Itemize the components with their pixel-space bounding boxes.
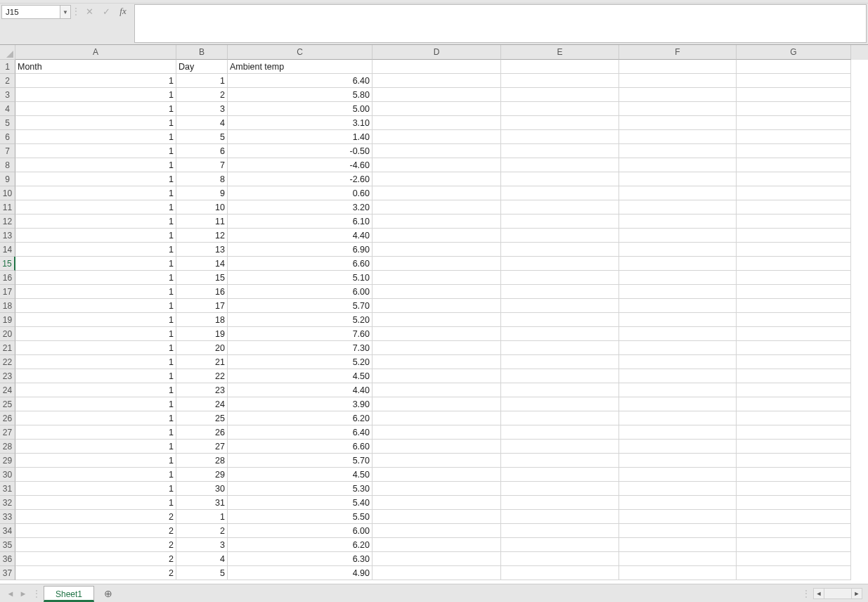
cell-G28[interactable]	[737, 440, 851, 454]
name-box[interactable]: J15	[1, 5, 60, 19]
cell-A19[interactable]: 1	[15, 313, 176, 327]
cell-A30[interactable]: 1	[15, 468, 176, 482]
cell-D26[interactable]	[373, 411, 501, 425]
cell-C35[interactable]: 6.20	[228, 538, 373, 552]
cell-F8[interactable]	[619, 158, 737, 172]
cell-G3[interactable]	[737, 88, 851, 102]
cell-E3[interactable]	[501, 88, 619, 102]
cell-B37[interactable]: 5	[176, 566, 228, 580]
cell-A12[interactable]: 1	[15, 214, 176, 229]
cell-F37[interactable]	[619, 566, 737, 580]
cell-D20[interactable]	[373, 327, 501, 341]
cell-G19[interactable]	[737, 313, 851, 327]
formula-input[interactable]	[134, 4, 867, 43]
cell-E15[interactable]	[501, 257, 619, 271]
row-header-19[interactable]: 19	[0, 313, 15, 327]
row-header-22[interactable]: 22	[0, 355, 15, 369]
cell-C33[interactable]: 5.50	[228, 510, 373, 524]
insert-function-button[interactable]: fx	[115, 4, 131, 18]
cell-B5[interactable]: 4	[176, 116, 228, 130]
cell-G23[interactable]	[737, 369, 851, 383]
cell-D4[interactable]	[373, 102, 501, 116]
cell-F17[interactable]	[619, 285, 737, 299]
row-header-27[interactable]: 27	[0, 425, 15, 440]
cell-D13[interactable]	[373, 229, 501, 243]
cell-G9[interactable]	[737, 172, 851, 186]
cell-C7[interactable]: -0.50	[228, 144, 373, 158]
cell-G15[interactable]	[737, 257, 851, 271]
cell-G5[interactable]	[737, 116, 851, 130]
name-box-dropdown[interactable]: ▼	[60, 5, 71, 19]
cell-B16[interactable]: 15	[176, 271, 228, 285]
cell-B33[interactable]: 1	[176, 510, 228, 524]
cell-E16[interactable]	[501, 271, 619, 285]
cell-E24[interactable]	[501, 383, 619, 397]
cell-A6[interactable]: 1	[15, 130, 176, 144]
cell-B24[interactable]: 23	[176, 383, 228, 397]
row-header-18[interactable]: 18	[0, 299, 15, 313]
accept-formula-button[interactable]: ✓	[98, 4, 115, 18]
cell-D2[interactable]	[373, 74, 501, 88]
cell-B30[interactable]: 29	[176, 468, 228, 482]
row-header-30[interactable]: 30	[0, 468, 15, 482]
hscroll-left-button[interactable]: ◄	[813, 588, 824, 599]
cell-F13[interactable]	[619, 229, 737, 243]
column-header-G[interactable]: G	[737, 45, 851, 60]
row-header-24[interactable]: 24	[0, 383, 15, 397]
cell-G7[interactable]	[737, 144, 851, 158]
cell-C15[interactable]: 6.60	[228, 257, 373, 271]
cell-G14[interactable]	[737, 243, 851, 257]
cell-F25[interactable]	[619, 397, 737, 411]
cell-D35[interactable]	[373, 538, 501, 552]
cell-G24[interactable]	[737, 383, 851, 397]
cell-C20[interactable]: 7.60	[228, 327, 373, 341]
cell-G4[interactable]	[737, 102, 851, 116]
cell-C25[interactable]: 3.90	[228, 397, 373, 411]
cell-C22[interactable]: 5.20	[228, 355, 373, 369]
cell-G21[interactable]	[737, 341, 851, 355]
cell-F6[interactable]	[619, 130, 737, 144]
cell-C37[interactable]: 4.90	[228, 566, 373, 580]
cell-F16[interactable]	[619, 271, 737, 285]
add-sheet-button[interactable]: ⊕	[100, 585, 117, 602]
cell-F23[interactable]	[619, 369, 737, 383]
horizontal-scrollbar[interactable]: ⋮ ◄ ►	[799, 588, 862, 599]
cell-B10[interactable]: 9	[176, 186, 228, 200]
cell-B1[interactable]: Day	[176, 60, 228, 74]
cell-E18[interactable]	[501, 299, 619, 313]
hscroll-track[interactable]	[824, 588, 851, 599]
cell-C10[interactable]: 0.60	[228, 186, 373, 200]
cell-E1[interactable]	[501, 60, 619, 74]
cell-D32[interactable]	[373, 496, 501, 510]
cell-D3[interactable]	[373, 88, 501, 102]
column-header-E[interactable]: E	[501, 45, 619, 60]
cell-B14[interactable]: 13	[176, 243, 228, 257]
cell-A36[interactable]: 2	[15, 552, 176, 566]
cell-G32[interactable]	[737, 496, 851, 510]
cell-A21[interactable]: 1	[15, 341, 176, 355]
cell-E8[interactable]	[501, 158, 619, 172]
cell-D10[interactable]	[373, 186, 501, 200]
cell-B26[interactable]: 25	[176, 411, 228, 425]
cell-E28[interactable]	[501, 440, 619, 454]
cell-C14[interactable]: 6.90	[228, 243, 373, 257]
cell-C6[interactable]: 1.40	[228, 130, 373, 144]
row-header-2[interactable]: 2	[0, 74, 15, 88]
cell-A31[interactable]: 1	[15, 482, 176, 496]
cell-B12[interactable]: 11	[176, 214, 228, 229]
row-header-25[interactable]: 25	[0, 397, 15, 411]
cell-E9[interactable]	[501, 172, 619, 186]
spreadsheet-grid[interactable]: ABCDEFG 1MonthDayAmbient temp2116.403125…	[0, 45, 868, 584]
cell-A34[interactable]: 2	[15, 524, 176, 538]
cell-F1[interactable]	[619, 60, 737, 74]
cell-B22[interactable]: 21	[176, 355, 228, 369]
cell-A22[interactable]: 1	[15, 355, 176, 369]
hscroll-right-button[interactable]: ►	[851, 588, 862, 599]
row-header-33[interactable]: 33	[0, 510, 15, 524]
cell-A3[interactable]: 1	[15, 88, 176, 102]
cell-F20[interactable]	[619, 327, 737, 341]
cell-F29[interactable]	[619, 454, 737, 468]
row-header-17[interactable]: 17	[0, 285, 15, 299]
cell-D14[interactable]	[373, 243, 501, 257]
cell-A24[interactable]: 1	[15, 383, 176, 397]
